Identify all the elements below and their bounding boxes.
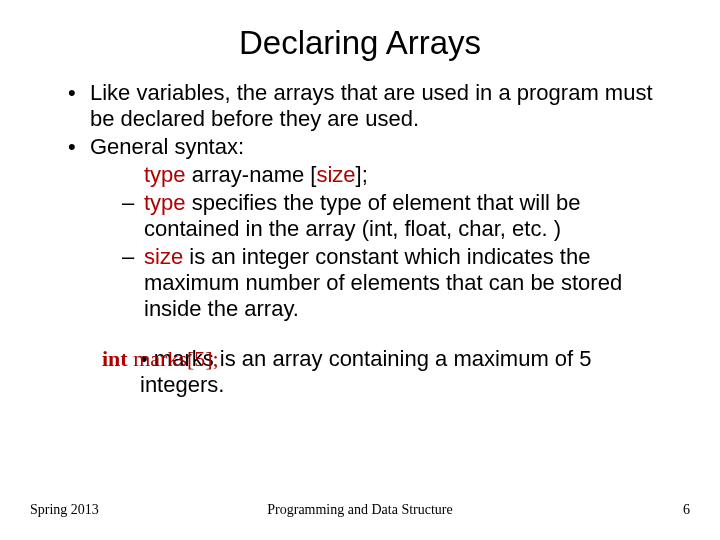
syntax-type: type [144, 162, 186, 187]
bullet-2: General syntax: [40, 134, 680, 160]
footer-center: Programming and Data Structure [0, 502, 720, 518]
sub1-lead: type [144, 190, 186, 215]
example-keyword: int [102, 346, 128, 371]
slide: Declaring Arrays Like variables, the arr… [0, 0, 720, 540]
slide-title: Declaring Arrays [40, 24, 680, 62]
sub1-rest: specifies the type of element that will … [144, 190, 581, 241]
sub2-rest: is an integer constant which indicates t… [144, 244, 622, 321]
syntax-end: ]; [356, 162, 368, 187]
syntax-mid: array-name [ [186, 162, 317, 187]
example-line: int marks[5]; • marks is an array contai… [40, 346, 680, 399]
bullet-1: Like variables, the arrays that are used… [40, 80, 680, 132]
sub-bullet-2: size is an integer constant which indica… [40, 244, 680, 322]
syntax-line: type array-name [size]; [40, 162, 680, 188]
example-code: int marks[5]; [102, 346, 219, 372]
footer-right: 6 [683, 502, 690, 518]
slide-body: Like variables, the arrays that are used… [40, 80, 680, 398]
sub-bullet-1: type specifies the type of element that … [40, 190, 680, 242]
sub2-lead: size [144, 244, 183, 269]
example-array: marks[5]; [128, 346, 219, 371]
syntax-size: size [316, 162, 355, 187]
